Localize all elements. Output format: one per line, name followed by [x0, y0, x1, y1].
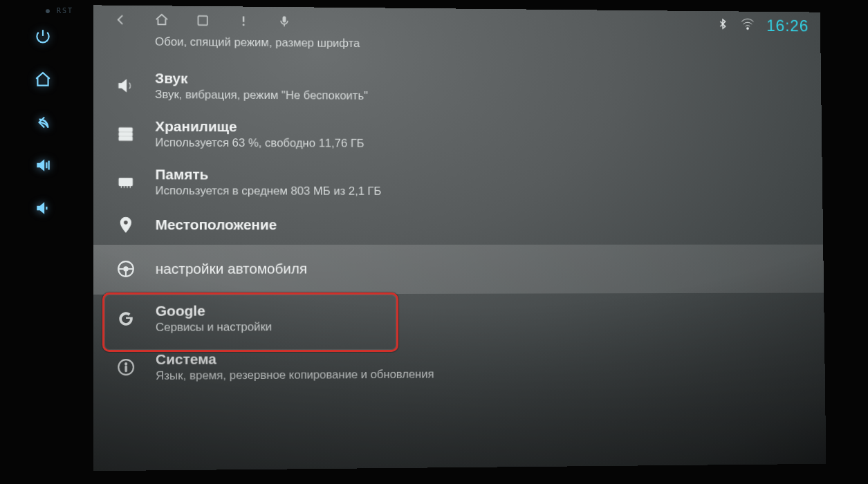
device-bezel: ● RST: [0, 0, 868, 484]
clock: 16:26: [766, 17, 809, 36]
svg-point-12: [125, 363, 127, 365]
display-icon: [114, 30, 138, 53]
rst-marking: ● RST: [46, 7, 73, 15]
svg-rect-7: [119, 178, 132, 186]
settings-item-subtitle: Сервисы и настройки: [156, 320, 272, 335]
home-button[interactable]: [34, 71, 52, 89]
svg-point-3: [747, 28, 749, 30]
bluetooth-icon: [717, 18, 728, 32]
settings-item-title: настройки автомобиля: [156, 261, 307, 277]
settings-item-subtitle: Используется 63 %, свободно 11,76 ГБ: [155, 136, 364, 151]
settings-item-sound[interactable]: Звук Звук, вибрация, режим "Не беспокоит…: [93, 62, 822, 113]
settings-item-subtitle: Обои, спящий режим, размер шрифта: [155, 35, 360, 50]
settings-item-system[interactable]: Система Язык, время, резервное копирован…: [93, 340, 825, 392]
power-button[interactable]: [34, 28, 52, 46]
svg-rect-4: [119, 128, 132, 131]
steering-icon: [114, 257, 138, 281]
settings-item-storage[interactable]: Хранилище Используется 63 %, свободно 11…: [93, 109, 822, 160]
settings-item-title: Местоположение: [156, 216, 277, 233]
hardware-button-strip: [26, 28, 59, 325]
settings-item-car[interactable]: настройки автомобиля: [93, 245, 824, 295]
svg-rect-5: [119, 132, 132, 136]
settings-item-title: Звук: [155, 70, 368, 88]
svg-rect-2: [283, 16, 286, 22]
settings-item-title: Система: [156, 350, 434, 368]
settings-item-location[interactable]: Местоположение: [93, 206, 823, 245]
back-button-hw[interactable]: [34, 113, 52, 131]
sound-icon: [114, 74, 138, 97]
settings-item-title: Память: [155, 166, 381, 183]
settings-list[interactable]: Обои, спящий режим, размер шрифта Звук З…: [93, 30, 827, 471]
settings-item-title: Хранилище: [155, 118, 364, 136]
info-icon: [114, 355, 138, 379]
svg-rect-13: [125, 366, 127, 372]
svg-point-8: [124, 221, 128, 225]
svg-rect-0: [198, 16, 207, 25]
memory-icon: [114, 170, 138, 194]
location-icon: [114, 213, 138, 236]
settings-item-google[interactable]: Google Сервисы и настройки: [93, 293, 824, 344]
settings-item-display[interactable]: Обои, спящий режим, размер шрифта: [93, 30, 821, 66]
storage-icon: [114, 122, 138, 146]
settings-item-title: Google: [156, 302, 272, 319]
status-tray: 16:26: [717, 16, 809, 35]
google-icon: [114, 307, 138, 331]
settings-item-subtitle: Используется в среднем 803 МБ из 2,1 ГБ: [155, 184, 381, 198]
svg-point-1: [243, 24, 245, 26]
settings-item-subtitle: Язык, время, резервное копирование и обн…: [156, 368, 434, 383]
svg-rect-6: [119, 137, 132, 140]
svg-point-10: [124, 267, 128, 272]
settings-item-subtitle: Звук, вибрация, режим "Не беспокоить": [155, 88, 368, 103]
volume-down-button[interactable]: [34, 199, 52, 217]
screen: 16:26 Обои, спящий режим, размер шрифта …: [93, 5, 827, 471]
volume-up-button[interactable]: [34, 156, 52, 174]
settings-item-memory[interactable]: Память Используется в среднем 803 МБ из …: [93, 158, 823, 207]
wifi-icon: [740, 17, 755, 34]
